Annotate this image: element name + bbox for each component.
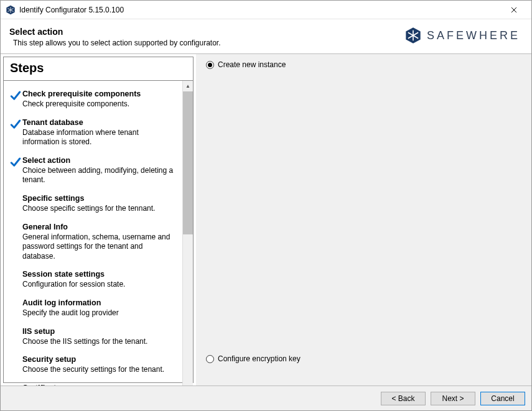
main-window: Identify Configurator 5.15.0.100 Select … [0,0,532,411]
step-item: General InfoGeneral information, schema,… [9,223,177,262]
step-desc: Check prerequisite components. [22,99,177,109]
step-item: Certificates [9,384,177,386]
back-button[interactable]: < Back [381,392,426,405]
step-item: Session state settingsConfiguration for … [9,270,177,290]
step-text: Select actionChoice between adding, modi… [22,156,177,185]
step-item: Tenant databaseDatabase information wher… [9,118,177,147]
step-desc: Choose the security settings for the ten… [22,365,177,375]
step-desc: Choose the IIS settings for the tenant. [22,337,177,347]
checkmark-icon [9,298,22,318]
step-title: IIS setup [22,327,177,336]
step-title: Audit log information [22,298,177,307]
app-icon [6,5,16,15]
options-bottom: Configure encryption key [206,354,521,379]
checkmark-icon [9,223,22,262]
steps-list: Check prerequisite componentsCheck prere… [4,81,182,386]
checkmark-icon [9,327,22,347]
step-text: Tenant databaseDatabase information wher… [22,118,177,147]
steps-panel: Steps Check prerequisite componentsCheck… [3,57,194,383]
page-title: Select action [9,27,221,37]
step-text: Audit log informationSpecify the audit l… [22,298,177,318]
checkmark-icon [9,355,22,375]
radio-label: Create new instance [218,60,286,69]
step-desc: Specify the audit log provider [22,308,177,318]
step-text: IIS setupChoose the IIS settings for the… [22,327,177,347]
options-panel: Create new instance Configure encryption… [196,54,531,386]
step-item: IIS setupChoose the IIS settings for the… [9,327,177,347]
scrollbar-track[interactable] [183,91,193,386]
step-title: Check prerequisite components [22,90,177,98]
titlebar: Identify Configurator 5.15.0.100 [1,1,531,19]
step-desc: General information, schema, username an… [22,233,177,262]
step-item: Check prerequisite componentsCheck prere… [9,90,177,109]
scrollbar-thumb[interactable] [183,91,193,234]
step-title: Security setup [22,355,177,364]
radio-create-new-instance[interactable]: Create new instance [206,60,521,69]
step-title: Certificates [22,384,177,386]
checkmark-icon [9,194,22,214]
wizard-body: Steps Check prerequisite componentsCheck… [1,53,531,386]
step-desc: Choice between adding, modifying, deleti… [22,166,177,185]
next-button[interactable]: Next > [431,392,475,405]
brand-icon [404,27,422,44]
step-title: Select action [22,156,177,165]
step-item: Audit log informationSpecify the audit l… [9,298,177,318]
close-icon [511,7,517,13]
step-desc: Database information where tenant inform… [22,128,177,147]
checkmark-icon [9,90,22,109]
step-text: Check prerequisite componentsCheck prere… [22,90,177,109]
brand-block: SAFEWHERE [404,27,520,44]
step-desc: Configuration for session state. [22,280,177,290]
steps-scrollbar[interactable]: ▲ ▼ [182,81,193,386]
step-text: Session state settingsConfiguration for … [22,270,177,290]
radio-configure-encryption-key[interactable]: Configure encryption key [206,354,521,363]
checkmark-icon [9,156,22,185]
step-text: General InfoGeneral information, schema,… [22,223,177,262]
window-title: Identify Configurator 5.15.0.100 [19,6,502,14]
page-description: This step allows you to select action su… [13,39,221,47]
step-text: Security setupChoose the security settin… [22,355,177,375]
step-title: Session state settings [22,270,177,279]
steps-scroll-area: Check prerequisite componentsCheck prere… [4,81,193,386]
checkmark-icon [9,270,22,290]
scroll-up-button[interactable]: ▲ [183,81,193,91]
brand-text: SAFEWHERE [427,29,520,42]
close-button[interactable] [502,1,526,19]
step-title: Specific settings [22,194,177,203]
wizard-header: Select action This step allows you to se… [1,19,531,53]
step-text: Specific settingsChoose specific setting… [22,194,177,214]
step-item: Select actionChoice between adding, modi… [9,156,177,185]
steps-heading: Steps [4,57,193,81]
step-desc: Choose specific settings for the tennant… [22,204,177,214]
checkmark-icon [9,118,22,147]
header-text-block: Select action This step allows you to se… [9,27,221,47]
radio-icon [206,355,214,363]
radio-icon [206,61,214,69]
step-item: Security setupChoose the security settin… [9,355,177,375]
cancel-button[interactable]: Cancel [480,392,525,405]
step-title: General Info [22,223,177,231]
radio-label: Configure encryption key [218,354,301,363]
wizard-footer: < Back Next > Cancel [1,386,531,410]
options-top: Create new instance [206,60,521,354]
step-text: Certificates [22,384,177,386]
step-item: Specific settingsChoose specific setting… [9,194,177,214]
step-title: Tenant database [22,118,177,127]
checkmark-icon [9,384,22,386]
